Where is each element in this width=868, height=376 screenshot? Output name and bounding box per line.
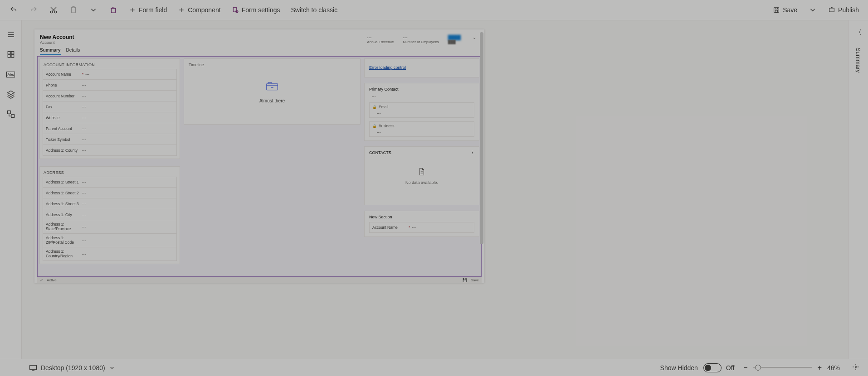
svg-point-1	[54, 11, 57, 13]
chevron-down-icon	[109, 365, 115, 371]
zoom-slider[interactable]	[753, 367, 812, 368]
device-size-selector[interactable]: Desktop (1920 x 1080)	[29, 364, 115, 371]
section-account-information[interactable]: ACCOUNT INFORMATION Account Name*---Phon…	[39, 58, 180, 159]
svg-rect-5	[233, 8, 236, 12]
form-field[interactable]: Address 1: Street 2---	[43, 188, 177, 198]
redo-button[interactable]	[24, 1, 43, 19]
form-preview[interactable]: New Account Account --- Annual Revenue -…	[34, 29, 484, 283]
add-form-field-button[interactable]: Form field	[124, 1, 171, 19]
footer-save-icon[interactable]: 💾	[463, 278, 467, 282]
section-contacts[interactable]: CONTACTS ⋮ No data available.	[364, 146, 479, 205]
contacts-menu-icon[interactable]: ⋮	[470, 150, 474, 155]
svg-rect-8	[775, 10, 777, 13]
form-field[interactable]: Address 1: ZIP/Postal Code---	[43, 234, 177, 247]
form-field[interactable]: Address 1: Street 1---	[43, 177, 177, 188]
hamburger-icon[interactable]	[6, 29, 16, 39]
publish-label: Publish	[838, 6, 859, 14]
form-scrollbar[interactable]	[480, 32, 483, 268]
field-email[interactable]: 🔒Email ---	[369, 102, 474, 118]
save-dropdown-icon[interactable]	[804, 1, 822, 19]
zoom-out-button[interactable]: −	[743, 364, 747, 372]
footer-expand-icon[interactable]: ⤢	[40, 278, 43, 282]
form-field[interactable]: Account Number---	[43, 91, 177, 101]
form-field[interactable]: Address 1: State/Province---	[43, 220, 177, 234]
form-field[interactable]: Address 1: County---	[43, 145, 177, 156]
svg-rect-12	[8, 55, 10, 58]
form-entity: Account	[40, 40, 367, 45]
switch-classic-label: Switch to classic	[291, 6, 337, 14]
component-label: Component	[188, 6, 220, 14]
new-section-label: New Section	[369, 215, 474, 219]
form-field-label: Form field	[139, 6, 167, 14]
show-hidden-toggle[interactable]	[703, 363, 722, 372]
save-label: Save	[783, 6, 797, 14]
cut-button[interactable]	[44, 1, 63, 19]
form-settings-label: Form settings	[242, 6, 280, 14]
form-field[interactable]: Parent Account---	[43, 123, 177, 134]
fit-to-screen-icon[interactable]	[852, 363, 860, 372]
form-field[interactable]: Website---	[43, 112, 177, 123]
tab-details[interactable]: Details	[66, 48, 80, 55]
top-toolbar: Form field Component Form settings Switc…	[0, 0, 868, 20]
error-loading-control-link[interactable]: Error loading control	[369, 65, 406, 70]
undo-button[interactable]	[5, 1, 23, 19]
form-field[interactable]: Address 1: City---	[43, 209, 177, 220]
section-primary-contact[interactable]: Primary Contact --- 🔒Email --- 🔒Business…	[364, 83, 479, 141]
form-field[interactable]: Address 1: Country/Region---	[43, 247, 177, 261]
form-field[interactable]: Fax---	[43, 101, 177, 112]
save-button[interactable]: Save	[768, 1, 802, 19]
section-address[interactable]: ADDRESS Address 1: Street 1---Address 1:…	[39, 166, 180, 264]
form-field[interactable]: Phone---	[43, 80, 177, 91]
svg-rect-4	[112, 8, 116, 13]
header-metric-employees: --- Number of Employees	[403, 35, 439, 44]
publish-button[interactable]: Publish	[824, 1, 863, 19]
paste-button[interactable]	[64, 1, 83, 19]
svg-rect-15	[11, 115, 14, 118]
chevron-down-icon[interactable]	[84, 1, 102, 19]
footer-status: Active	[47, 278, 57, 282]
primary-contact-label: Primary Contact	[369, 87, 474, 92]
section-title: ADDRESS	[40, 167, 180, 177]
components-icon[interactable]	[6, 49, 16, 59]
form-header: New Account Account --- Annual Revenue -…	[34, 29, 484, 45]
svg-rect-10	[8, 51, 10, 54]
section-error-control[interactable]: Error loading control	[364, 58, 479, 77]
timeline-message: Almost there	[259, 98, 285, 103]
bottom-status-bar: Desktop (1920 x 1080) Show Hidden Off − …	[0, 359, 868, 376]
zoom-percent-label: 46%	[827, 364, 840, 371]
switch-to-classic-button[interactable]: Switch to classic	[286, 1, 342, 19]
svg-point-0	[50, 11, 53, 13]
show-hidden-label: Show Hidden	[660, 364, 698, 371]
header-metric-owner: ████ ███	[448, 35, 461, 44]
form-body-selected-tab[interactable]: ACCOUNT INFORMATION Account Name*---Phon…	[37, 56, 482, 277]
expand-panel-icon[interactable]: 〈	[855, 29, 862, 37]
primary-contact-value: ---	[369, 94, 474, 99]
tab-summary[interactable]: Summary	[40, 48, 61, 55]
form-title: New Account	[40, 34, 367, 40]
layers-icon[interactable]	[6, 89, 16, 99]
summary-vertical-label: Summary	[855, 48, 862, 73]
section-timeline[interactable]: Timeline Almost there	[184, 58, 361, 125]
toggle-state-label: Off	[726, 364, 734, 371]
section-new-section[interactable]: New Section Account Name * ---	[364, 211, 479, 237]
delete-button[interactable]	[104, 1, 122, 19]
svg-rect-16	[267, 83, 278, 90]
device-size-label: Desktop (1920 x 1080)	[41, 364, 105, 371]
form-settings-button[interactable]: Form settings	[227, 1, 285, 19]
add-component-button[interactable]: Component	[173, 1, 225, 19]
zoom-in-button[interactable]: +	[818, 364, 822, 372]
svg-rect-9	[829, 8, 834, 12]
header-metric-revenue: --- Annual Revenue	[367, 35, 394, 44]
tree-view-icon[interactable]	[6, 109, 16, 119]
svg-rect-13	[11, 55, 14, 58]
lock-icon: 🔒	[372, 124, 377, 128]
monitor-icon	[29, 365, 37, 371]
form-field[interactable]: Ticker Symbol---	[43, 134, 177, 145]
form-footer: ⤢ Active 💾 Save	[37, 277, 482, 283]
form-field[interactable]: Account Name*---	[43, 69, 177, 80]
field-business-phone[interactable]: 🔒Business ---	[369, 121, 474, 137]
header-chevron-icon[interactable]: ⌄	[473, 35, 476, 40]
right-properties-panel-collapsed: 〈 Summary	[848, 20, 868, 359]
abc-fields-icon[interactable]: Abc	[6, 69, 16, 79]
form-field[interactable]: Address 1: Street 3---	[43, 198, 177, 209]
